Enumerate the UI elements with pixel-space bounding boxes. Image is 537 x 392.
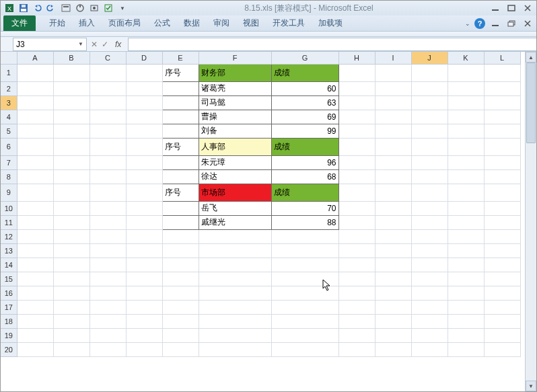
cell-I9[interactable] <box>375 184 411 201</box>
row-header-10[interactable]: 10 <box>1 201 17 215</box>
cell-B14[interactable] <box>53 258 90 272</box>
cell-G11[interactable]: 88 <box>271 215 338 229</box>
cell-E9[interactable]: 序号 <box>162 184 199 201</box>
cell-F14[interactable] <box>199 258 271 272</box>
cell-I14[interactable] <box>375 258 411 272</box>
vertical-scrollbar[interactable]: ▲ ▼ <box>525 52 536 391</box>
cell-A16[interactable] <box>17 286 53 300</box>
cell-H8[interactable] <box>338 169 375 184</box>
cell-D6[interactable] <box>126 138 162 155</box>
cell-G1[interactable]: 成绩 <box>271 64 338 81</box>
cell-A12[interactable] <box>17 229 53 243</box>
cell-A18[interactable] <box>17 314 53 328</box>
row-header-16[interactable]: 16 <box>1 286 17 300</box>
row-header-1[interactable]: 1 <box>1 64 17 81</box>
cell-H7[interactable] <box>338 155 375 169</box>
cell-J3[interactable] <box>411 95 448 110</box>
cell-I2[interactable] <box>375 81 411 95</box>
cell-B1[interactable] <box>53 64 90 81</box>
cell-H9[interactable] <box>338 184 375 201</box>
row-header-3[interactable]: 3 <box>1 95 17 110</box>
cell-L9[interactable] <box>484 184 520 201</box>
cell-L20[interactable] <box>484 342 520 356</box>
cell-K4[interactable] <box>448 110 484 124</box>
cell-A5[interactable] <box>17 124 53 138</box>
column-header-E[interactable]: E <box>162 52 199 64</box>
cell-L15[interactable] <box>484 272 520 286</box>
cell-E8[interactable] <box>162 169 199 184</box>
cell-A4[interactable] <box>17 110 53 124</box>
cell-A17[interactable] <box>17 300 53 314</box>
cell-B8[interactable] <box>53 169 90 184</box>
row-header-5[interactable]: 5 <box>1 124 17 138</box>
cell-D13[interactable] <box>126 243 162 258</box>
cell-L13[interactable] <box>484 243 520 258</box>
qat-customize-icon[interactable]: ▼ <box>116 2 129 14</box>
cell-E17[interactable] <box>162 300 199 314</box>
cell-B17[interactable] <box>53 300 90 314</box>
doc-restore-icon[interactable] <box>505 19 517 28</box>
cell-J20[interactable] <box>411 342 448 356</box>
cell-A8[interactable] <box>17 169 53 184</box>
cell-E14[interactable] <box>162 258 199 272</box>
cell-I13[interactable] <box>375 243 411 258</box>
cell-F18[interactable] <box>199 314 271 328</box>
cell-D12[interactable] <box>126 229 162 243</box>
maximize-icon[interactable] <box>505 3 517 13</box>
cell-D19[interactable] <box>126 328 162 342</box>
cell-J9[interactable] <box>411 184 448 201</box>
cell-K7[interactable] <box>448 155 484 169</box>
cell-L7[interactable] <box>484 155 520 169</box>
scroll-thumb[interactable] <box>526 63 536 143</box>
cell-F12[interactable] <box>199 229 271 243</box>
tab-home[interactable]: 开始 <box>42 17 72 29</box>
cell-F9[interactable]: 市场部 <box>199 184 271 201</box>
cell-B19[interactable] <box>53 328 90 342</box>
cell-G20[interactable] <box>271 342 338 356</box>
cell-H14[interactable] <box>338 258 375 272</box>
cell-F16[interactable] <box>199 286 271 300</box>
confirm-formula-icon[interactable]: ✓ <box>102 40 108 49</box>
tab-developer[interactable]: 开发工具 <box>266 17 312 29</box>
cell-J16[interactable] <box>411 286 448 300</box>
cell-E5[interactable] <box>162 124 199 138</box>
cell-I4[interactable] <box>375 110 411 124</box>
formula-input[interactable] <box>128 38 536 51</box>
cell-I12[interactable] <box>375 229 411 243</box>
redo-icon[interactable] <box>46 2 58 14</box>
cell-F17[interactable] <box>199 300 271 314</box>
cell-H18[interactable] <box>338 314 375 328</box>
cell-B9[interactable] <box>53 184 90 201</box>
column-header-F[interactable]: F <box>199 52 271 64</box>
cell-D20[interactable] <box>126 342 162 356</box>
cell-H12[interactable] <box>338 229 375 243</box>
cell-K16[interactable] <box>448 286 484 300</box>
cell-F2[interactable]: 诸葛亮 <box>199 81 271 95</box>
cell-L17[interactable] <box>484 300 520 314</box>
cell-G7[interactable]: 96 <box>271 155 338 169</box>
cell-L4[interactable] <box>484 110 520 124</box>
cell-C5[interactable] <box>90 124 126 138</box>
cell-H17[interactable] <box>338 300 375 314</box>
column-header-H[interactable]: H <box>338 52 375 64</box>
cell-B4[interactable] <box>53 110 90 124</box>
tab-review[interactable]: 审阅 <box>207 17 236 29</box>
cell-E7[interactable] <box>162 155 199 169</box>
cell-A1[interactable] <box>17 64 53 81</box>
cell-K15[interactable] <box>448 272 484 286</box>
close-icon[interactable] <box>522 3 534 13</box>
cell-B5[interactable] <box>53 124 90 138</box>
cell-D2[interactable] <box>126 81 162 95</box>
cell-G14[interactable] <box>271 258 338 272</box>
row-header-11[interactable]: 11 <box>1 215 17 229</box>
cell-E2[interactable] <box>162 81 199 95</box>
cell-G8[interactable]: 68 <box>271 169 338 184</box>
cell-B3[interactable] <box>53 95 90 110</box>
cell-G17[interactable] <box>271 300 338 314</box>
cell-H3[interactable] <box>338 95 375 110</box>
cell-L8[interactable] <box>484 169 520 184</box>
column-header-J[interactable]: J <box>411 52 448 64</box>
cell-J11[interactable] <box>411 215 448 229</box>
cell-B7[interactable] <box>53 155 90 169</box>
cell-K3[interactable] <box>448 95 484 110</box>
